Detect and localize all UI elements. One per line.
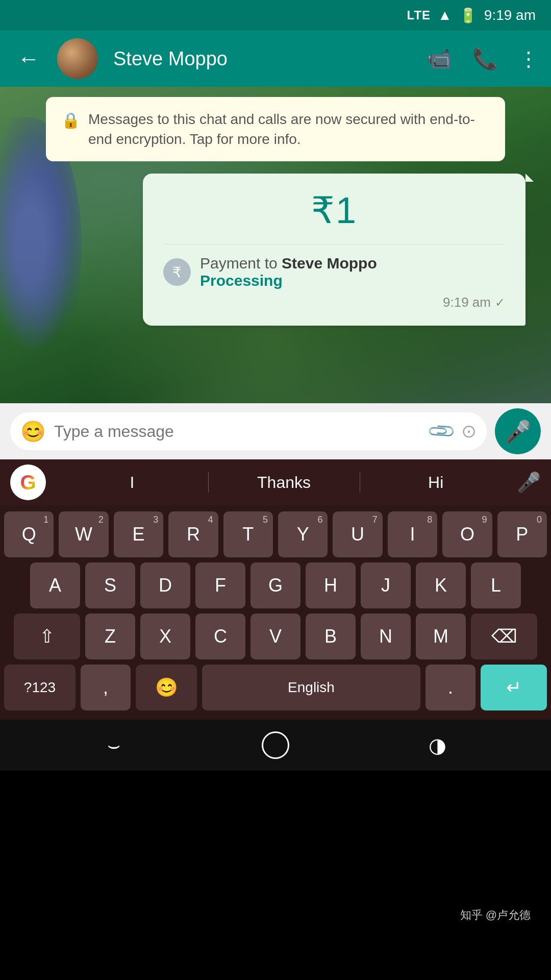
signal-icon: ▲: [438, 7, 452, 23]
key-row-1: Q1 W2 E3 R4 T5 Y6 U7 I8 O9 P0: [4, 511, 547, 557]
key-shift[interactable]: ⇧: [14, 614, 80, 659]
contact-name[interactable]: Steve Moppo: [113, 48, 416, 70]
nav-back-button[interactable]: ⌣: [96, 727, 132, 763]
key-emoji-bottom[interactable]: 😊: [136, 665, 197, 710]
attachment-icon[interactable]: 📎: [426, 415, 458, 447]
key-m[interactable]: M: [416, 614, 466, 659]
key-w[interactable]: W2: [59, 511, 108, 557]
suggestion-mic-icon[interactable]: 🎤: [517, 471, 541, 494]
keyboard: G I Thanks Hi 🎤 Q1 W2 E3 R4 T5 Y6 U7 I8 …: [0, 459, 551, 720]
nav-recents-button[interactable]: ◑: [419, 727, 455, 763]
time-display: 9:19 am: [484, 7, 536, 23]
camera-icon[interactable]: ⊙: [461, 421, 477, 442]
encryption-notice[interactable]: 🔒 Messages to this chat and calls are no…: [46, 97, 505, 161]
key-space[interactable]: English: [202, 665, 420, 710]
key-l[interactable]: L: [471, 562, 521, 608]
key-row-2: A S D F G H J K L: [4, 562, 547, 608]
key-r[interactable]: R4: [168, 511, 218, 557]
key-c[interactable]: C: [195, 614, 245, 659]
payment-time: 9:19 am ✓: [163, 295, 505, 310]
toolbar-actions: 📹 📞 ⋮: [427, 47, 539, 71]
key-u[interactable]: U7: [333, 511, 382, 557]
nav-home-button[interactable]: [262, 731, 289, 759]
key-e[interactable]: E3: [114, 511, 163, 557]
key-g[interactable]: G: [251, 562, 300, 608]
key-j[interactable]: J: [361, 562, 411, 608]
key-delete[interactable]: ⌫: [471, 614, 537, 659]
key-symbols[interactable]: ?123: [4, 665, 76, 710]
key-s[interactable]: S: [85, 562, 135, 608]
key-q[interactable]: Q1: [4, 511, 54, 557]
suggestion-1[interactable]: I: [56, 468, 208, 497]
key-y[interactable]: Y6: [278, 511, 328, 557]
battery-icon: 🔋: [459, 7, 477, 24]
key-row-4: ?123 , 😊 English . ↵: [4, 665, 547, 710]
input-bar: 😊 📎 ⊙ 🎤: [0, 403, 551, 459]
key-b[interactable]: B: [306, 614, 356, 659]
key-n[interactable]: N: [361, 614, 411, 659]
key-period[interactable]: .: [425, 665, 475, 710]
back-button[interactable]: ←: [12, 41, 45, 77]
payment-to-label: Payment to Steve Moppo: [200, 255, 505, 272]
key-f[interactable]: F: [195, 562, 245, 608]
key-row-3: ⇧ Z X C V B N M ⌫: [4, 614, 547, 659]
key-i[interactable]: I8: [388, 511, 437, 557]
chat-area: 🔒 Messages to this chat and calls are no…: [0, 87, 551, 403]
key-comma[interactable]: ,: [81, 665, 131, 710]
payment-divider: [163, 244, 505, 244]
key-z[interactable]: Z: [85, 614, 135, 659]
key-p[interactable]: P0: [497, 511, 547, 557]
key-k[interactable]: K: [416, 562, 466, 608]
phone-call-icon[interactable]: 📞: [472, 47, 498, 71]
key-a[interactable]: A: [30, 562, 80, 608]
payment-recipient: Steve Moppo: [282, 255, 377, 272]
message-input-wrap: 😊 📎 ⊙: [10, 412, 487, 450]
avatar[interactable]: [57, 38, 98, 79]
google-logo: G: [10, 464, 46, 500]
keys-area: Q1 W2 E3 R4 T5 Y6 U7 I8 O9 P0 A S D F G …: [0, 505, 551, 720]
suggestion-2[interactable]: Thanks: [208, 468, 360, 497]
key-enter[interactable]: ↵: [481, 665, 547, 710]
payment-info: Payment to Steve Moppo Processing: [200, 255, 505, 289]
payment-amount: ₹1: [163, 189, 505, 232]
status-bar: LTE ▲ 🔋 9:19 am: [0, 0, 551, 31]
key-o[interactable]: O9: [442, 511, 492, 557]
key-d[interactable]: D: [140, 562, 190, 608]
payment-bubble: ₹1 ₹ Payment to Steve Moppo Processing 9…: [143, 174, 525, 326]
payment-status: Processing: [200, 272, 505, 289]
mic-button[interactable]: 🎤: [495, 408, 541, 454]
check-icon: ✓: [495, 296, 505, 310]
suggestions-row: G I Thanks Hi 🎤: [0, 459, 551, 505]
chat-toolbar: ← Steve Moppo 📹 📞 ⋮: [0, 31, 551, 87]
video-call-icon[interactable]: 📹: [427, 47, 452, 71]
key-t[interactable]: T5: [223, 511, 273, 557]
lock-icon: 🔒: [61, 111, 80, 129]
bottom-nav: ⌣ ◑: [0, 720, 551, 771]
payment-details: ₹ Payment to Steve Moppo Processing: [163, 255, 505, 289]
emoji-button[interactable]: 😊: [20, 420, 46, 444]
key-h[interactable]: H: [306, 562, 356, 608]
mic-icon: 🎤: [505, 419, 531, 444]
key-x[interactable]: X: [140, 614, 190, 659]
suggestion-3[interactable]: Hi: [360, 468, 512, 497]
payment-rupee-icon: ₹: [163, 258, 191, 286]
encryption-text: Messages to this chat and calls are now …: [88, 109, 490, 149]
more-options-icon[interactable]: ⋮: [518, 47, 539, 70]
watermark: 知乎 @卢允德: [455, 905, 536, 925]
lte-indicator: LTE: [407, 8, 431, 22]
key-v[interactable]: V: [251, 614, 300, 659]
message-input[interactable]: [54, 422, 422, 441]
